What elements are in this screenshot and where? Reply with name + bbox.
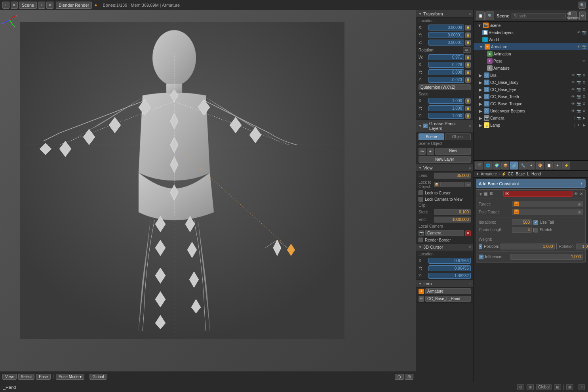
camera-field[interactable]: Camera: [425, 230, 464, 236]
rotation-z-field[interactable]: -0.073: [428, 77, 464, 83]
iterations-field[interactable]: [512, 219, 532, 225]
rotation-x-lock[interactable]: 🔒: [465, 62, 471, 68]
rl-camera-icon[interactable]: 📷: [582, 30, 586, 35]
ccb-more[interactable]: ⚙: [582, 80, 586, 85]
select-mode-btn[interactable]: ⊙: [517, 384, 524, 390]
transform-menu[interactable]: ≡: [469, 12, 471, 16]
influence-check[interactable]: ✓: [479, 255, 483, 259]
world-props-btn[interactable]: 🌍: [493, 162, 500, 169]
clip-start-field[interactable]: 0.100: [434, 209, 471, 215]
outliner-settings-btn[interactable]: ⚙: [579, 11, 586, 20]
bra-view[interactable]: 👁: [571, 73, 575, 78]
cursor-header[interactable]: ▼ 3D Cursor ≡: [416, 244, 473, 251]
location-z-lock[interactable]: 🔒: [465, 40, 471, 46]
scale-z-field[interactable]: 1.000: [428, 113, 464, 119]
item-header[interactable]: ▼ Item ≡: [416, 280, 473, 287]
scale-y-field[interactable]: 1.000: [428, 105, 464, 111]
cursor-menu[interactable]: ≡: [469, 245, 471, 249]
rotation-w-lock[interactable]: 🔒: [465, 55, 471, 60]
view-header[interactable]: ▼ View ≡: [416, 164, 473, 172]
arm-view-icon[interactable]: 👁: [576, 44, 581, 49]
ik-eye-icon[interactable]: 👁: [574, 192, 578, 196]
bra-render[interactable]: 📷: [576, 73, 581, 78]
influence-field[interactable]: [510, 254, 583, 260]
gp-checkbox[interactable]: ✓: [423, 124, 428, 128]
camera-remove-btn[interactable]: ✕: [465, 230, 471, 236]
position-check[interactable]: ✓: [479, 244, 482, 249]
outliner-item-ccbaseteeth[interactable]: ▶ ⬡ CC_Base_Teeth 👁 📷 ⚙: [474, 93, 588, 100]
scale-y-lock[interactable]: 🔒: [465, 106, 471, 111]
cursor-z-field[interactable]: 1.48232: [428, 273, 471, 279]
item-armature-field[interactable]: Armature: [425, 288, 471, 294]
ccb-view[interactable]: 👁: [571, 80, 575, 85]
view-menu[interactable]: ≡: [469, 166, 471, 170]
location-y-field[interactable]: 0.00001: [428, 32, 464, 38]
physics-props-btn[interactable]: ⚡: [562, 162, 570, 169]
lock-obj-icon[interactable]: 📦: [434, 182, 440, 187]
pole-pick[interactable]: ◎: [578, 210, 581, 214]
scale-x-lock[interactable]: 🔒: [465, 98, 471, 104]
render-props-btn[interactable]: 🎬: [475, 162, 483, 169]
pose-mode-selector[interactable]: Pose Mode ▾: [56, 374, 84, 380]
grease-pencil-header[interactable]: ▼ ✓ Grease Pencil Layers ≡: [416, 120, 473, 132]
ik-drag-handle[interactable]: [484, 192, 487, 196]
object-props-btn[interactable]: 📦: [501, 162, 509, 169]
chain-field[interactable]: [512, 227, 532, 233]
gp-object-tab[interactable]: Object: [445, 133, 471, 140]
outliner-item-pose[interactable]: ✦ Pose ✏: [474, 57, 588, 65]
ccton-render[interactable]: 📷: [576, 101, 581, 106]
outliner-item-animation[interactable]: ▶ Animation: [474, 50, 588, 57]
wireframe-toggle[interactable]: ⊞: [405, 374, 413, 380]
render-border-checkbox[interactable]: [419, 238, 423, 242]
gp-menu[interactable]: ≡: [469, 124, 471, 128]
ccton-more[interactable]: ⚙: [582, 101, 586, 106]
lock-cursor-checkbox[interactable]: [419, 190, 423, 195]
ccb-render[interactable]: 📷: [576, 80, 581, 85]
cam-arrow[interactable]: ▶: [582, 116, 586, 120]
render-engine[interactable]: Blender Render: [56, 2, 92, 9]
ik-expand-arrow[interactable]: ▼: [479, 192, 483, 196]
outliner-item-ccbasebody[interactable]: ▶ ⬡ CC_Base_Body 👁 📷 ⚙: [474, 79, 588, 86]
cce-view[interactable]: 👁: [571, 87, 575, 92]
cct-render[interactable]: 📷: [576, 94, 581, 99]
outliner-item-armature-sub[interactable]: ✦ Armature: [474, 65, 588, 72]
location-y-lock[interactable]: 🔒: [465, 32, 471, 38]
cce-render[interactable]: 📷: [576, 87, 581, 92]
pose-menu[interactable]: Pose: [36, 374, 51, 380]
location-x-field[interactable]: -0.00009: [428, 25, 464, 30]
bra-more[interactable]: ⚙: [582, 73, 586, 78]
ik-name-field[interactable]: [503, 191, 573, 197]
outliner-item-ccbaseeye[interactable]: ▶ ⬡ CC_Base_Eye 👁 📷 ⚙: [474, 86, 588, 93]
all-scenes-btn[interactable]: All Scenes: [568, 11, 577, 20]
window-icon[interactable]: +: [2, 2, 10, 9]
outliner-item-world[interactable]: 🌐 World: [474, 36, 588, 43]
rotation-y-lock[interactable]: 🔒: [465, 70, 471, 75]
view-nav-btn[interactable]: ⊕: [527, 384, 534, 390]
scene-remove[interactable]: ✕: [46, 2, 53, 9]
modifiers-props-btn[interactable]: 🔧: [519, 162, 527, 169]
gp-pencil-btn[interactable]: ✏: [419, 148, 426, 155]
texture-props-btn[interactable]: 📋: [545, 162, 553, 169]
rotation-w-field[interactable]: 0.971: [428, 54, 464, 60]
window-close[interactable]: ✕: [11, 2, 18, 9]
viewport[interactable]: X Y Z View Select Pose Pose Mode ▾ Globa…: [0, 10, 416, 382]
outliner-search-input[interactable]: [512, 13, 566, 19]
clip-end-field[interactable]: 1000.000: [434, 217, 471, 223]
gp-scene-tab[interactable]: Scene: [419, 133, 444, 140]
constraints-props-btn active[interactable]: 🔗: [510, 162, 518, 169]
lamp-icon2[interactable]: ✦: [576, 123, 581, 127]
scene-selector[interactable]: Scene: [19, 2, 37, 9]
scale-x-field[interactable]: 1.000: [428, 98, 464, 104]
search-button[interactable]: 🔍: [578, 2, 586, 9]
location-z-field[interactable]: -0.00001: [428, 40, 464, 46]
outliner-search-btn[interactable]: 🔍: [485, 11, 494, 20]
location-x-lock[interactable]: 🔒: [465, 25, 471, 30]
outliner-item-ccbasetongue[interactable]: ▶ ⬡ CC_Base_Tongue 👁 📷 ⚙: [474, 100, 588, 107]
cam-icon2[interactable]: 📷: [576, 116, 581, 120]
gp-new-layer-btn[interactable]: New Layer: [419, 156, 471, 163]
data-props-btn[interactable]: ✦: [527, 162, 535, 169]
outliner-item-camera[interactable]: ▶ 📷 Camera | 📷 ▶: [474, 114, 588, 122]
scene-props-btn[interactable]: 🌐: [484, 162, 492, 169]
pose-icon2[interactable]: ✏: [582, 59, 586, 63]
lock-camera-checkbox[interactable]: [419, 197, 423, 202]
